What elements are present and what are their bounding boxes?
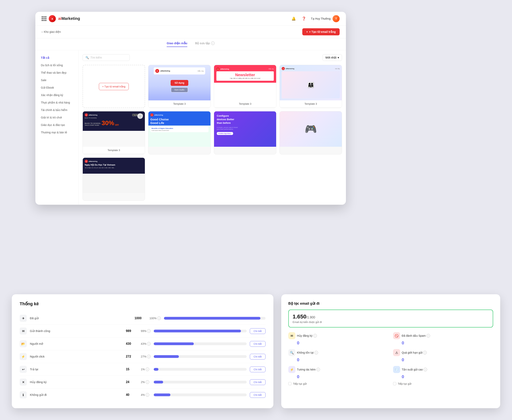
filter-overlimit-value: 0 bbox=[393, 357, 493, 362]
template-card-2[interactable]: a aiMarketing Mẫu này Newsletter Cập nhậ… bbox=[214, 65, 276, 108]
template-card-3[interactable]: a aiMarketing vào đây 👩‍👩‍👧 Template 3 bbox=[280, 65, 342, 108]
header: a aiaiMarketingMarketing 🔔 ❓ Tạ Huy Thườ… bbox=[35, 12, 346, 26]
filter-highfreq-continue-label: Tiếp tục gửi bbox=[398, 382, 411, 385]
notdelivered-detail-button[interactable]: Chi tiết bbox=[250, 392, 266, 398]
back-button[interactable]: ‹ Kho giao diện bbox=[42, 30, 61, 33]
notdelivered-count: 40 bbox=[126, 393, 138, 397]
tab-collection[interactable]: Bộ sưu tập i bbox=[195, 41, 215, 47]
filter-highfreq-label: Tần suất gửi cao i bbox=[402, 368, 427, 371]
stats-panel: Thống kê ✈ Đã gửi 1000 100% i ✉ Gửi thàn… bbox=[12, 294, 273, 408]
filter-lowengage-checkbox[interactable] bbox=[288, 382, 291, 385]
open-detail-button[interactable]: Chi tiết bbox=[250, 341, 266, 347]
sidebar-item-education[interactable]: Giáo dục & đào tạo bbox=[37, 121, 77, 128]
sent-icon: ✈ bbox=[20, 315, 27, 322]
open-icon: 📂 bbox=[20, 340, 27, 347]
template-card-1-label: Template 3 bbox=[148, 100, 211, 107]
template-card-1[interactable]: a aiMarketing Mẫu này Sử dụng Xem trước … bbox=[148, 65, 211, 108]
filter-overlimit-icon: ⚠ bbox=[393, 349, 400, 356]
unsub-icon: ✕ bbox=[20, 379, 27, 386]
back-label: Kho giao diện bbox=[44, 30, 61, 33]
filter-item-unsub: ✉ Hủy đăng ký i 0 bbox=[288, 332, 388, 345]
stat-row-success: ✉ Gửi thành công 989 99% i Chi tiết bbox=[20, 325, 266, 338]
stat-row-open: 📂 Người mở 430 43% i Chi tiết bbox=[20, 338, 266, 350]
filter-unsub-label: Hủy đăng ký i bbox=[297, 334, 317, 338]
logo-letter: a bbox=[52, 17, 53, 20]
click-detail-button[interactable]: Chi tiết bbox=[250, 354, 266, 360]
filter-unsub-icon: ✉ bbox=[288, 332, 295, 339]
click-label: Người click bbox=[30, 355, 123, 358]
unsub-detail-button[interactable]: Chi tiết bbox=[250, 379, 266, 385]
unsub-bar-wrap bbox=[154, 381, 246, 383]
grid-menu-icon[interactable] bbox=[42, 16, 46, 21]
notdelivered-bar bbox=[154, 393, 170, 396]
toolbar: 🔍 Tìm kiếm Mới nhất ▾ bbox=[83, 54, 342, 61]
search-box[interactable]: 🔍 Tìm kiếm bbox=[83, 54, 130, 61]
filter-lowengage-value: 0 bbox=[288, 374, 388, 379]
sidebar-item-food[interactable]: Thực phẩm & nhà hàng bbox=[37, 99, 77, 106]
filter-panel: Bộ lọc email gửi đi 1.650/1.900 Email dự… bbox=[281, 294, 500, 408]
blank-template-card[interactable]: + Tạo từ email trắng bbox=[83, 65, 145, 108]
template-card-6[interactable]: Configuredevices Betterthan before A sim… bbox=[214, 111, 276, 154]
filter-highfreq-icon: 📨 bbox=[393, 366, 400, 373]
success-icon: ✉ bbox=[20, 328, 27, 335]
stat-row-sent: ✈ Đã gửi 1000 100% i bbox=[20, 312, 266, 325]
template-card-4[interactable]: a aiMarketing Try free class BACK TO SCH… bbox=[83, 111, 145, 154]
filter-lowengage-icon: ⚡ bbox=[288, 366, 295, 373]
sort-button[interactable]: Mới nhất ▾ bbox=[322, 54, 342, 61]
template-card-5[interactable]: a aiMarketing Good ChoiseGood Life Benef… bbox=[148, 111, 211, 154]
logo-circle: a bbox=[49, 15, 56, 22]
notdelivered-icon: ℹ bbox=[20, 391, 27, 398]
filter-spam-value: 0 bbox=[393, 340, 493, 345]
filter-highfreq-checkbox[interactable] bbox=[393, 382, 396, 385]
open-bar bbox=[154, 342, 194, 345]
notdelivered-label: Không gửi đi bbox=[30, 393, 123, 397]
user-menu[interactable]: Tạ Huy Thường T bbox=[311, 15, 340, 22]
unsub-count: 24 bbox=[126, 380, 138, 384]
sidebar: Tất cả Du lịch & lối sống Thể thao và là… bbox=[35, 50, 79, 205]
main-content: 🔍 Tìm kiếm Mới nhất ▾ + Tạo từ email trắ… bbox=[79, 50, 346, 205]
bounce-bar-wrap bbox=[154, 368, 246, 371]
sidebar-item-ebook[interactable]: Gửi Ebook bbox=[37, 84, 77, 91]
filter-highfreq-checkbox-row: Tiếp tục gửi bbox=[393, 382, 493, 385]
filter-count-main: 1.650/1.900 bbox=[293, 314, 489, 320]
click-count: 272 bbox=[126, 355, 138, 358]
sidebar-item-commerce[interactable]: Thương mại & bán lẻ bbox=[37, 129, 77, 136]
tabs-bar: Giao diện mẫu Bộ sưu tập i bbox=[35, 38, 346, 50]
add-from-blank-button[interactable]: + Tạo từ email trắng bbox=[99, 83, 129, 90]
filter-lowengage-label: Tương tác kém i bbox=[297, 368, 320, 371]
sidebar-item-finance[interactable]: Tài chính & bảo hiểm bbox=[37, 106, 77, 113]
help-icon[interactable]: ❓ bbox=[301, 15, 307, 22]
info-icon[interactable]: i bbox=[211, 41, 215, 45]
stats-title: Thống kê bbox=[20, 301, 266, 307]
filter-grid: ✉ Hủy đăng ký i 0 🚫 Đã đánh dấu Spam i 0… bbox=[288, 332, 493, 385]
bounce-count: 15 bbox=[126, 368, 138, 371]
notdelivered-bar-wrap bbox=[154, 393, 246, 396]
filter-spam-icon: 🚫 bbox=[393, 332, 400, 339]
success-bar bbox=[154, 330, 241, 332]
filter-title: Bộ lọc email gửi đi bbox=[288, 301, 493, 306]
favorite-icon[interactable]: ♡ bbox=[138, 113, 143, 119]
filter-lowengage-continue-label: Tiếp tục gửi bbox=[293, 382, 307, 385]
sidebar-item-sport[interactable]: Thể thao và làm đẹp bbox=[37, 69, 77, 76]
sidebar-item-entertainment[interactable]: Giải trí & trò chơi bbox=[37, 114, 77, 121]
template-grid: + Tạo từ email trắng a aiMarketing Mẫu n… bbox=[83, 65, 342, 201]
filter-spam-label: Đã đánh dấu Spam i bbox=[402, 334, 430, 338]
sent-label: Đã gửi bbox=[30, 316, 131, 320]
create-from-blank-button[interactable]: + + Tạo từ email trắng bbox=[302, 28, 340, 35]
filter-count-sub: Email dự kiến được gửi đi bbox=[293, 321, 489, 323]
template-card-8[interactable]: a aiMarketing Ngày Hội Du Học Tại Vietna… bbox=[83, 158, 145, 201]
filter-highfreq-value: 0 bbox=[393, 374, 493, 379]
content-area: Tất cả Du lịch & lối sống Thể thao và là… bbox=[35, 50, 346, 205]
tab-templates[interactable]: Giao diện mẫu bbox=[167, 41, 187, 47]
sidebar-item-sale[interactable]: Sale bbox=[37, 77, 77, 84]
sidebar-item-confirm[interactable]: Xác nhận đăng ký bbox=[37, 91, 77, 99]
user-name: Tạ Huy Thường bbox=[311, 17, 331, 20]
bounce-icon: ↩ bbox=[20, 366, 27, 373]
template-card-7[interactable]: 🎮 bbox=[280, 111, 342, 154]
back-arrow-icon: ‹ bbox=[42, 30, 43, 33]
sidebar-item-all[interactable]: Tất cả bbox=[37, 54, 77, 61]
sidebar-item-travel[interactable]: Du lịch & lối sống bbox=[37, 62, 77, 69]
bounce-detail-button[interactable]: Chi tiết bbox=[250, 367, 266, 372]
success-detail-button[interactable]: Chi tiết bbox=[250, 328, 266, 334]
bell-icon[interactable]: 🔔 bbox=[290, 15, 297, 22]
